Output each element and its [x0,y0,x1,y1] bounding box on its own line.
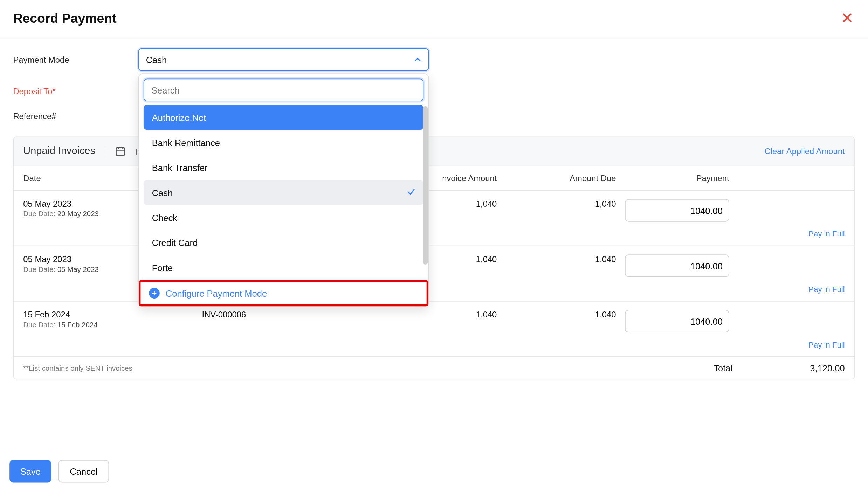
deposit-to-label: Deposit To* [13,87,138,96]
reference-label: Reference# [13,111,138,121]
date-cell: 15 Feb 2024Due Date: 15 Feb 2024 [23,310,202,329]
option-label: Check [152,212,177,222]
payment-mode-dropdown: Authorize.NetBank RemittanceBank Transfe… [138,73,429,307]
payment-mode-label: Payment Mode [13,55,138,64]
col-amount-due: Amount Due [497,173,616,183]
payment-mode-option[interactable]: Credit Card [144,230,423,255]
total-label: Total [714,363,732,373]
payment-mode-option[interactable]: Authorize.Net [144,105,423,130]
invoice-no: INV-000006 [202,310,357,319]
payment-mode-value: Cash [146,55,167,65]
pay-in-full-link[interactable]: Pay in Full [808,285,845,294]
chevron-up-icon [414,55,421,65]
amount-due: 1,040 [497,310,616,319]
clear-applied-amount-link[interactable]: Clear Applied Amount [765,146,845,156]
dropdown-scrollbar[interactable] [423,106,428,265]
amount-due: 1,040 [497,254,616,264]
due-label: Due Date [23,321,53,329]
invoice-date: 15 Feb 2024 [23,310,202,319]
plus-circle-icon: + [149,288,160,299]
option-label: Cash [152,187,173,198]
amount-due: 1,040 [497,199,616,208]
invoice-amount: 1,040 [357,310,497,319]
option-label: Bank Transfer [152,162,208,172]
table-footnote: **List contains only SENT invoices [23,364,132,372]
check-icon [407,187,415,198]
payment-input[interactable] [625,310,729,332]
due-label: Due Date [23,210,53,218]
col-payment: Payment [616,173,729,183]
payment-mode-option[interactable]: Cash [144,180,423,205]
due-date: 20 May 2023 [57,210,99,218]
configure-payment-mode-label: Configure Payment Mode [166,288,267,298]
page-title: Record Payment [13,11,116,26]
payment-mode-row: Payment Mode Cash Authorize.NetBank Remi… [13,48,855,71]
payment-input[interactable] [625,254,729,277]
close-icon [842,13,853,23]
separator [105,146,105,157]
close-button[interactable] [839,11,855,26]
payment-mode-option[interactable]: Bank Transfer [144,155,423,180]
calendar-icon[interactable] [115,146,126,157]
payment-mode-select[interactable]: Cash [138,48,429,71]
option-label: Authorize.Net [152,112,206,123]
payment-mode-option[interactable]: Check [144,205,423,230]
configure-payment-mode[interactable]: + Configure Payment Mode [139,280,428,306]
option-label: Bank Remittance [152,137,220,147]
dropdown-search-input[interactable] [144,78,423,101]
unpaid-invoices-heading: Unpaid Invoices [23,145,95,157]
due-date: 05 May 2023 [57,265,99,274]
svg-rect-0 [116,148,125,156]
option-label: Forte [152,262,173,273]
save-button[interactable]: Save [9,460,51,483]
cancel-button[interactable]: Cancel [58,460,109,483]
pay-in-full-link[interactable]: Pay in Full [808,229,845,239]
pay-in-full-link[interactable]: Pay in Full [808,340,845,349]
payment-input[interactable] [625,199,729,222]
option-label: Credit Card [152,238,198,248]
total-value: 3,120.00 [810,363,845,373]
payment-mode-option[interactable]: Forte [144,255,423,280]
due-date: 15 Feb 2024 [57,321,98,329]
payment-mode-option[interactable]: Bank Remittance [144,130,423,155]
due-label: Due Date [23,265,53,274]
table-row: 15 Feb 2024Due Date: 15 Feb 2024INV-0000… [14,302,854,336]
